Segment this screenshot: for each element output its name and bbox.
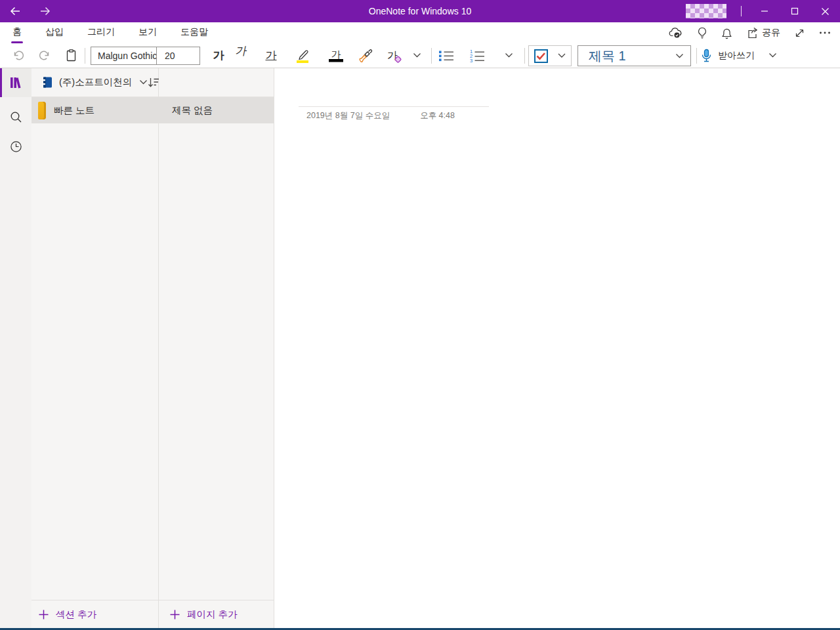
cloud-sync-check-icon <box>669 27 683 39</box>
format-painter-brush-icon <box>358 48 375 64</box>
section-list: 빠른 노트 <box>32 97 158 600</box>
bulleted-list-icon <box>438 49 455 63</box>
font-options-chevron[interactable] <box>410 43 424 68</box>
clock-icon <box>9 140 23 154</box>
minimize-icon <box>761 7 768 15</box>
page-item-untitled[interactable]: 제목 없음 <box>159 97 274 123</box>
forward-button[interactable] <box>30 0 60 22</box>
undo-icon <box>12 49 25 62</box>
add-page-button[interactable]: 페이지 추가 <box>159 600 274 628</box>
rail-search-button[interactable] <box>0 105 32 129</box>
italic-button[interactable]: 가 <box>232 43 257 68</box>
rail-notebooks-button[interactable] <box>0 68 32 97</box>
redo-button[interactable] <box>35 43 54 68</box>
chevron-down-icon <box>675 53 684 59</box>
numbered-list-icon: 123 <box>469 49 486 63</box>
toolbar-divider <box>524 48 525 64</box>
add-page-label: 페이지 추가 <box>187 608 238 621</box>
rail-recent-notes-button[interactable] <box>0 135 32 158</box>
section-color-tab <box>38 102 46 119</box>
todo-tag-button[interactable] <box>528 45 572 66</box>
underline-button[interactable]: 가 <box>261 43 281 68</box>
sync-status-button[interactable] <box>669 27 683 39</box>
pages-pane: 제목 없음 페이지 추가 <box>159 68 274 628</box>
tab-help[interactable]: 도움말 <box>179 24 209 42</box>
close-icon <box>821 7 830 16</box>
microphone-icon <box>701 49 712 63</box>
notebook-name: (주)소프트이천의 <box>59 76 132 89</box>
lightbulb-icon <box>697 27 707 39</box>
tab-view[interactable]: 보기 <box>137 24 158 42</box>
clipboard-icon <box>65 49 77 62</box>
maximize-icon <box>791 7 799 15</box>
svg-text:3: 3 <box>470 57 472 62</box>
share-icon <box>746 27 759 39</box>
pages-pane-header <box>159 68 274 97</box>
home-toolbar: Malgun Gothic 20 가 가 가 가 가 <box>0 43 840 68</box>
search-icon <box>9 110 23 124</box>
notebook-icon <box>41 75 54 89</box>
minimize-button[interactable] <box>749 0 780 22</box>
notebook-dropdown[interactable]: (주)소프트이천의 <box>32 68 158 97</box>
plus-icon <box>169 609 180 620</box>
tab-insert[interactable]: 삽입 <box>44 24 65 42</box>
ribbon-tab-row: 홈 삽입 그리기 보기 도움말 공유 <box>0 22 840 43</box>
bold-button[interactable]: 가 <box>209 43 228 68</box>
chevron-down-icon <box>505 52 513 58</box>
plus-icon <box>38 609 49 620</box>
share-label: 공유 <box>762 27 780 39</box>
dictate-label: 받아쓰기 <box>718 50 755 62</box>
maximize-button[interactable] <box>780 0 810 22</box>
sections-pane: (주)소프트이천의 빠른 노트 섹션 추가 <box>32 68 159 628</box>
page-title-underline <box>299 106 489 107</box>
clear-formatting-icon: 가 <box>387 50 398 62</box>
ideas-button[interactable] <box>697 27 707 39</box>
back-arrow-icon <box>9 5 22 18</box>
clear-formatting-button[interactable]: 가 <box>381 43 404 68</box>
dictate-button[interactable]: 받아쓰기 <box>701 43 777 68</box>
share-button[interactable]: 공유 <box>746 27 780 39</box>
close-button[interactable] <box>810 0 840 22</box>
chevron-down-icon <box>139 79 148 85</box>
bulleted-list-button[interactable] <box>435 43 457 68</box>
redacted-account-name[interactable] <box>686 4 726 18</box>
navigation-rail <box>0 68 32 628</box>
font-color-button[interactable]: 가 <box>324 43 348 68</box>
format-painter-button[interactable] <box>354 43 378 68</box>
chevron-down-icon <box>413 52 421 58</box>
font-name-select[interactable]: Malgun Gothic <box>91 47 157 64</box>
numbered-list-button[interactable]: 123 <box>466 43 488 68</box>
add-section-button[interactable]: 섹션 추가 <box>32 600 158 628</box>
paste-button[interactable] <box>62 43 80 68</box>
font-color-icon: 가 <box>328 49 344 62</box>
add-section-label: 섹션 추가 <box>56 608 96 621</box>
page-list: 제목 없음 <box>159 97 274 600</box>
page-title: 제목 없음 <box>172 104 213 117</box>
forward-arrow-icon <box>39 5 52 18</box>
page-date-stamp[interactable]: 2019년 8월 7일 수요일 <box>306 110 390 121</box>
bell-icon <box>721 27 732 39</box>
highlighter-icon <box>295 48 312 64</box>
tab-draw[interactable]: 그리기 <box>86 24 116 42</box>
page-time-stamp[interactable]: 오후 4:48 <box>420 110 455 121</box>
undo-button[interactable] <box>9 43 28 68</box>
titlebar-separator <box>741 6 742 16</box>
section-item-quick-notes[interactable]: 빠른 노트 <box>32 97 158 123</box>
fullscreen-button[interactable] <box>794 28 805 39</box>
list-options-chevron[interactable] <box>501 43 516 68</box>
title-bar: OneNote for Windows 10 <box>0 0 840 22</box>
notifications-button[interactable] <box>721 27 732 39</box>
toolbar-divider <box>85 48 85 64</box>
more-options-button[interactable] <box>819 31 831 35</box>
tab-home[interactable]: 홈 <box>11 24 23 42</box>
highlight-button[interactable] <box>291 43 315 68</box>
redo-icon <box>38 49 51 62</box>
styles-dropdown[interactable]: 제목 1 <box>578 45 691 66</box>
notebooks-library-icon <box>9 76 23 89</box>
resize-diagonal-icon <box>794 28 805 39</box>
back-button[interactable] <box>0 0 30 22</box>
font-size-select[interactable]: 20 <box>157 51 175 61</box>
toolbar-divider <box>696 48 697 64</box>
style-selected-value: 제목 1 <box>589 47 626 65</box>
note-canvas[interactable]: 2019년 8월 7일 수요일 오후 4:48 <box>274 68 840 628</box>
